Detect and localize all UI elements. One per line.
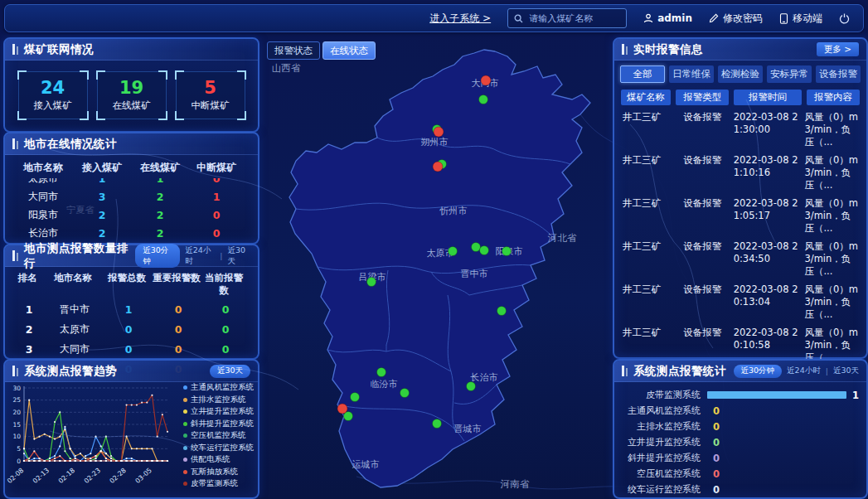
stat-box-0: 24接入煤矿 [18,71,88,119]
alarm-row[interactable]: 井工三矿设备报警2022-03-08 21:05:17风量（0）m3/min，负… [621,197,860,235]
alarm-row[interactable]: 井工三矿设备报警2022-03-08 21:10:16风量（0）m3/min，负… [621,154,860,191]
map-toggle-报警状态[interactable]: 报警状态 [267,41,320,60]
city-online-row[interactable]: 阳泉市220 [13,206,250,224]
current-alarms: 0 [204,343,247,356]
time-filter[interactable]: 近30天 [833,366,859,376]
online-count: 2 [131,209,189,221]
legend-item[interactable]: 供配电系统 [183,454,254,465]
mine-dot-online[interactable] [367,278,376,287]
panel-header: 地市在线情况统计 [5,133,258,155]
system-alarm-item[interactable]: 主排水监控系统0 [624,419,856,434]
city-online-row[interactable]: 大同市321 [13,187,250,206]
legend-item[interactable]: 立井提升监控系统 [183,406,254,417]
svg-text:02-28: 02-28 [109,467,128,485]
alarm-total: 1 [104,303,153,316]
mine-dot-online[interactable] [497,307,507,316]
mine-dot-offline[interactable] [434,127,444,137]
legend-item[interactable]: 主通风机监控系统 [183,382,254,393]
user-menu[interactable]: admin [643,12,692,24]
tab-安标异常[interactable]: 安标异常 [767,65,812,83]
search-input[interactable] [527,12,620,25]
panel-title-icon [622,44,628,55]
rank-row[interactable]: 1晋中市100 [13,299,250,319]
alarm-row[interactable]: 井工三矿设备报警2022-03-08 21:30:00风量（0）m3/min，负… [621,111,860,148]
mine-dot-online[interactable] [480,246,489,255]
time-filter[interactable]: 近24小时 [787,366,821,376]
legend-dot [183,385,187,390]
corner-decoration [80,70,89,80]
logout-button[interactable] [839,13,850,24]
time-filter-active[interactable]: 近30分钟 [135,244,180,268]
legend-item[interactable]: 绞车运行监控系统 [183,443,254,453]
mine-dot-online[interactable] [467,382,476,391]
change-password-button[interactable]: 修改密码 [709,12,763,26]
filter-chip-active[interactable]: 近30天 [210,365,250,378]
panel-title-icon [12,250,19,261]
system-alarm-item[interactable]: 立井提升监控系统0 [624,434,856,450]
legend-item[interactable]: 皮带监测系统 [183,478,254,489]
stat-box-1: 19在线煤矿 [97,71,167,119]
map-toggle-在线状态[interactable]: 在线状态 [322,41,376,60]
system-name: 立井提升监控系统 [624,436,701,448]
alarm-row[interactable]: 井工三矿设备报警2022-03-08 20:13:04风量（0）m3/min，负… [621,283,860,321]
panel-realtime-alarm: 实时报警信息 更多 > 全部日常维保检测检验安标异常设备报警 煤矿名称报警类型报… [613,37,868,359]
mine-dot-online[interactable] [479,95,488,104]
rank-row[interactable]: 3大同市000 [13,339,250,359]
legend-item[interactable]: 斜井提升监控系统 [183,419,254,429]
system-alarm-item[interactable]: 皮带监测系统1 [624,387,856,403]
time-filter[interactable]: 近24小时 [185,245,215,267]
mine-dot-online[interactable] [502,247,512,256]
rank-number: 1 [13,303,45,316]
enter-subsystem-link[interactable]: 进入子系统 > [429,12,491,26]
mine-dot-offline[interactable] [337,404,347,414]
connected-count: 2 [73,227,131,240]
mine-name: 井工三矿 [621,283,672,321]
alarm-column-header: 报警内容 [807,90,860,105]
mine-dot-online[interactable] [449,247,458,256]
system-alarm-item[interactable]: 主通风机监控系统0 [624,403,856,419]
panel-header: 地市测点报警数量排行 近30分钟近24小时|近30天 [5,245,258,267]
panel-city-alarm-rank: 地市测点报警数量排行 近30分钟近24小时|近30天 排名地市名称报警总数重要报… [3,244,259,360]
mine-dot-online[interactable] [472,243,481,252]
alarm-content: 风量（0）m3/min，负压（... [804,240,860,278]
system-name: 绞车运行监控系统 [624,483,701,496]
mine-dot-online[interactable] [400,389,410,398]
time-filter[interactable]: 近30天 [227,245,250,267]
mine-dot-offline[interactable] [481,75,491,85]
user-icon [643,13,653,23]
mine-dot-offline[interactable] [433,162,443,172]
bar-area: 0 [707,437,856,448]
alarm-type: 设备报警 [676,327,729,360]
system-alarm-item[interactable]: 斜井提升监控系统0 [624,450,856,466]
search-icon [514,14,523,23]
mobile-button[interactable]: 移动端 [779,12,822,26]
city-online-row[interactable]: 长治市220 [13,224,250,242]
rank-row[interactable]: 2太原市000 [13,319,250,339]
alarm-row[interactable]: 井工三矿设备报警2022-03-08 20:10:58风量（0）m3/min，负… [621,327,860,360]
time-filter-active[interactable]: 近30分钟 [734,365,783,378]
legend-label: 立井提升监控系统 [191,406,254,417]
system-alarm-item[interactable]: 绞车运行监控系统0 [624,482,856,497]
tab-设备报警[interactable]: 设备报警 [816,65,861,83]
legend-item[interactable]: 主排水监控系统 [183,395,254,405]
tab-全部[interactable]: 全部 [620,65,665,83]
legend-label: 绞车运行监控系统 [191,443,254,453]
city-online-row[interactable]: 太原市110 [13,178,250,187]
alarm-column-header: 报警类型 [676,90,729,105]
mine-name: 井工三矿 [621,111,672,148]
alarm-time: 2022-03-08 21:05:17 [734,197,800,235]
mine-search[interactable] [507,8,627,28]
tab-日常维保[interactable]: 日常维保 [669,65,714,83]
mine-dot-online[interactable] [377,368,386,377]
tab-检测检验[interactable]: 检测检验 [718,65,763,83]
system-alarm-count: 0 [713,437,720,448]
more-button[interactable]: 更多 > [817,42,859,56]
system-alarm-item[interactable]: 空压机监控系统0 [624,466,856,482]
rank-headers: 排名地市名称报警总数重要报警数当前报警数 [5,267,258,299]
mine-name: 井工三矿 [621,154,672,191]
alarm-row[interactable]: 井工三矿设备报警2022-03-08 20:34:50风量（0）m3/min，负… [621,240,860,278]
legend-item[interactable]: 空压机监控系统 [183,430,254,441]
legend-item[interactable]: 瓦斯抽放系统 [183,467,254,477]
mine-dot-online[interactable] [351,393,360,402]
mine-dot-online[interactable] [433,419,442,429]
